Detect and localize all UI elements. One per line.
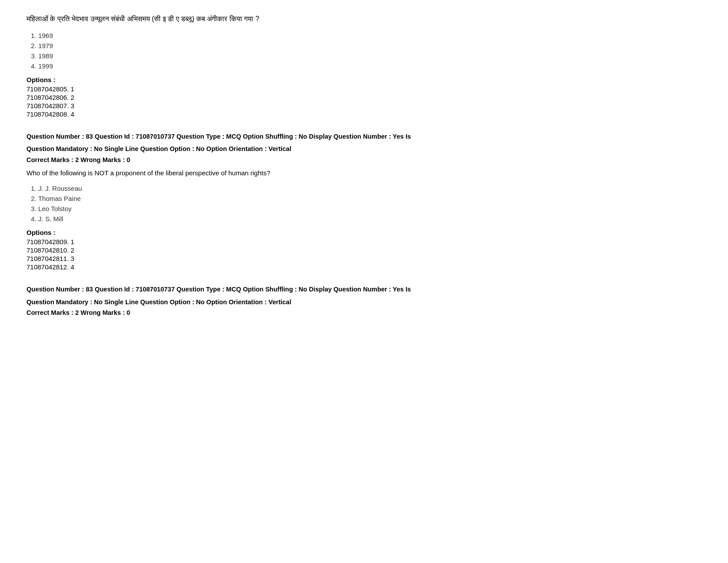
q83-meta-line1: Question Number : 83 Question Id : 71087… — [26, 131, 702, 142]
q83-second-meta-line1: Question Number : 83 Question Id : 71087… — [26, 284, 702, 295]
q83-choice-2: 2. Thomas Paine — [31, 195, 702, 202]
option-code-2-2: 71087042810. 2 — [26, 246, 702, 254]
hindi-choice-2: 2. 1979 — [31, 42, 702, 49]
q83-meta-line2: Question Mandatory : No Single Line Ques… — [26, 144, 702, 155]
hindi-choice-1: 1. 1969 — [31, 32, 702, 39]
section-q83-second: Question Number : 83 Question Id : 71087… — [26, 284, 702, 316]
q83-choice-1: 1. J. J. Rousseau — [31, 185, 702, 192]
section-hindi-question: महिलाओं के प्रति भेदभाव उन्मूलन संबंधी अ… — [26, 13, 702, 118]
hindi-choices-list: 1. 1969 2. 1979 3. 1989 4. 1999 — [31, 32, 702, 70]
options-header-2: Options : — [26, 229, 702, 236]
option-code-1-4: 71087042808. 4 — [26, 110, 702, 118]
option-code-1-1: 71087042805. 1 — [26, 85, 702, 93]
q83-second-marks: Correct Marks : 2 Wrong Marks : 0 — [26, 309, 702, 316]
option-code-2-4: 71087042812. 4 — [26, 263, 702, 271]
q83-choice-3: 3. Leo Tolstoy — [31, 205, 702, 212]
option-code-1-2: 71087042806. 2 — [26, 94, 702, 101]
q83-marks: Correct Marks : 2 Wrong Marks : 0 — [26, 156, 702, 163]
option-code-1-3: 71087042807. 3 — [26, 102, 702, 110]
q83-second-meta-line2: Question Mandatory : No Single Line Ques… — [26, 297, 702, 308]
hindi-question-text: महिलाओं के प्रति भेदभाव उन्मूलन संबंधी अ… — [26, 13, 702, 25]
q83-choices-list: 1. J. J. Rousseau 2. Thomas Paine 3. Leo… — [31, 185, 702, 223]
hindi-choice-3: 3. 1989 — [31, 52, 702, 60]
q83-choice-4: 4. J. S. Mill — [31, 215, 702, 223]
option-code-2-3: 71087042811. 3 — [26, 255, 702, 262]
options-header-1: Options : — [26, 76, 702, 83]
q83-question-text: Who of the following is NOT a proponent … — [26, 168, 702, 178]
option-codes-2: 71087042809. 1 71087042810. 2 7108704281… — [26, 238, 702, 271]
hindi-choice-4: 4. 1999 — [31, 62, 702, 70]
section-q83-first: Question Number : 83 Question Id : 71087… — [26, 131, 702, 271]
option-codes-1: 71087042805. 1 71087042806. 2 7108704280… — [26, 85, 702, 118]
option-code-2-1: 71087042809. 1 — [26, 238, 702, 246]
